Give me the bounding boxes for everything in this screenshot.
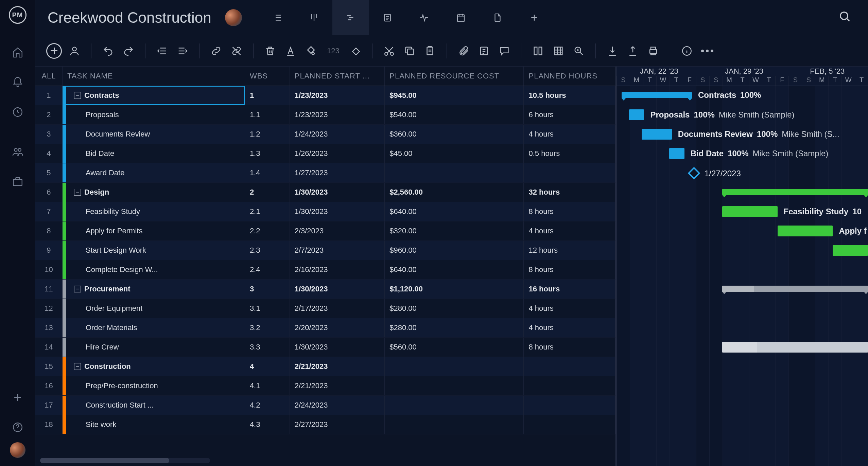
cell-cost[interactable]: $1,120.00 [385,280,524,299]
gantt-row[interactable]: Hire [617,338,868,357]
gantt-row[interactable] [617,415,868,434]
collapse-toggle[interactable]: − [74,189,81,196]
cell-start[interactable]: 2/3/2023 [290,221,385,240]
table-row[interactable]: 8Apply for Permits2.22/3/2023$320.004 ho… [35,221,615,241]
outdent-button[interactable] [153,42,171,60]
text-color-button[interactable] [281,42,300,60]
cell-hours[interactable]: 4 hours [524,221,615,240]
gantt-row[interactable] [617,396,868,415]
cell-hours[interactable]: 16 hours [524,280,615,299]
table-row[interactable]: 14Hire Crew3.31/30/2023$560.008 hours [35,338,615,357]
grid-button[interactable] [549,42,568,60]
export-button[interactable] [624,42,642,60]
row-number[interactable]: 10 [35,260,63,279]
cell-hours[interactable]: 4 hours [524,318,615,337]
nav-help-icon[interactable] [10,419,26,435]
nav-team-icon[interactable] [10,144,26,160]
gantt-task-bar[interactable]: Apply f [778,226,833,236]
gantt-row[interactable] [617,376,868,396]
cell-start[interactable]: 2/24/2023 [290,396,385,415]
cell-cost[interactable] [385,396,524,415]
cell-hours[interactable] [524,163,615,182]
cell-wbs[interactable]: 4.3 [245,415,290,434]
cell-start[interactable]: 2/7/2023 [290,241,385,260]
gantt-row[interactable]: Documents Review100%Mike Smith (S... [617,125,868,144]
attachment-button[interactable] [454,42,473,60]
gantt-summary-bar[interactable] [722,189,868,195]
cell-start[interactable]: 1/30/2023 [290,183,385,202]
undo-button[interactable] [99,42,117,60]
table-row[interactable]: 4Bid Date1.31/26/2023$45.000.5 hours [35,144,615,163]
col-header-cost[interactable]: PLANNED RESOURCE COST [385,67,524,86]
cell-cost[interactable]: $540.00 [385,105,524,124]
gantt-row[interactable] [617,241,868,260]
view-gantt-icon[interactable] [332,0,369,35]
cell-start[interactable]: 2/21/2023 [290,376,385,395]
cell-cost[interactable]: $2,560.00 [385,183,524,202]
table-row[interactable]: 9Start Design Work2.32/7/2023$960.0012 h… [35,241,615,260]
milestone-button[interactable] [346,42,365,60]
cell-wbs[interactable]: 4.1 [245,376,290,395]
gantt-task-bar[interactable]: Hire [722,342,868,353]
search-icon[interactable] [834,6,856,30]
cell-cost[interactable]: $280.00 [385,299,524,318]
gantt-task-bar[interactable]: Proposals100%Mike Smith (Sample) [629,109,644,120]
columns-button[interactable] [529,42,547,60]
delete-button[interactable] [261,42,279,60]
more-button[interactable] [698,42,716,60]
row-number[interactable]: 1 [35,86,63,105]
cell-wbs[interactable]: 1 [245,86,290,105]
cell-wbs[interactable]: 2.1 [245,202,290,221]
cell-wbs[interactable]: 3.3 [245,338,290,357]
gantt-row[interactable]: Bid Date100%Mike Smith (Sample) [617,144,868,163]
cell-hours[interactable]: 10.5 hours [524,86,615,105]
cell-wbs[interactable]: 1.4 [245,163,290,182]
cut-button[interactable] [380,42,398,60]
cell-wbs[interactable]: 1.1 [245,105,290,124]
gantt-milestone[interactable] [688,167,700,180]
table-row[interactable]: 10Complete Design W...2.42/16/2023$640.0… [35,260,615,280]
cell-hours[interactable]: 12 hours [524,241,615,260]
cell-cost[interactable] [385,376,524,395]
gantt-row[interactable] [617,357,868,376]
assign-button[interactable] [65,42,84,60]
cell-cost[interactable] [385,415,524,434]
cell-cost[interactable]: $960.00 [385,241,524,260]
col-header-start[interactable]: PLANNED START ... [290,67,385,86]
fill-color-button[interactable] [302,42,320,60]
cell-start[interactable]: 2/16/2023 [290,260,385,279]
cell-hours[interactable]: 4 hours [524,125,615,144]
row-number[interactable]: 15 [35,357,63,376]
cell-start[interactable]: 2/17/2023 [290,299,385,318]
col-header-all[interactable]: ALL [35,67,63,86]
table-row[interactable]: 12Order Equipment3.12/17/2023$280.004 ho… [35,299,615,318]
copy-button[interactable] [400,42,419,60]
print-button[interactable] [644,42,662,60]
table-row[interactable]: 17Construction Start ...4.22/24/2023 [35,396,615,415]
gantt-row[interactable] [617,318,868,338]
gantt-row[interactable] [617,280,868,299]
gantt-summary-bar[interactable] [722,286,868,292]
cell-start[interactable]: 1/30/2023 [290,280,385,299]
cell-hours[interactable]: 8 hours [524,338,615,357]
row-number[interactable]: 14 [35,338,63,357]
unlink-button[interactable] [227,42,246,60]
info-button[interactable] [678,42,696,60]
gantt-summary-bar[interactable]: Contracts100% [622,92,692,98]
cell-wbs[interactable]: 2 [245,183,290,202]
cell-hours[interactable] [524,376,615,395]
gantt-row[interactable]: Apply f [617,221,868,241]
cell-hours[interactable]: 8 hours [524,260,615,279]
row-number[interactable]: 11 [35,280,63,299]
zoom-button[interactable] [570,42,588,60]
gantt-row[interactable]: Contracts100% [617,86,868,105]
user-avatar-rail[interactable] [10,442,25,458]
goto-row-input[interactable]: 123 [322,42,344,60]
table-row[interactable]: 16Prep/Pre-construction4.12/21/2023 [35,376,615,396]
cell-cost[interactable]: $280.00 [385,318,524,337]
gantt-row[interactable] [617,299,868,318]
cell-start[interactable]: 1/26/2023 [290,144,385,163]
view-activity-icon[interactable] [406,0,442,35]
nav-recent-icon[interactable] [10,104,26,120]
gantt-task-bar[interactable]: Feasibility Study10 [722,206,778,217]
